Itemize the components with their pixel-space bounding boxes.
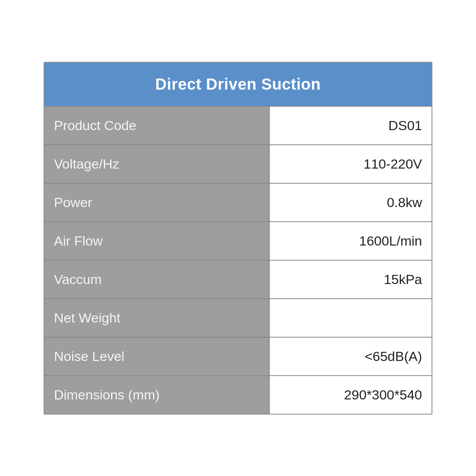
row-label: Product Code: [44, 107, 269, 144]
table-row: Vaccum15kPa: [44, 260, 432, 298]
table-title: Direct Driven Suction: [155, 75, 321, 93]
table-row: Product CodeDS01: [44, 106, 432, 144]
row-value: 290*300*540: [269, 376, 432, 414]
table-header: Direct Driven Suction: [44, 63, 432, 106]
row-label: Power: [44, 184, 269, 221]
table-row: Noise Level<65dB(A): [44, 337, 432, 375]
row-label: Voltage/Hz: [44, 145, 269, 183]
row-label: Air Flow: [44, 222, 269, 260]
row-value: [269, 299, 432, 337]
row-label: Net Weight: [44, 299, 269, 337]
outer-wrapper: Direct Driven Suction Product CodeDS01Vo…: [28, 28, 448, 448]
row-value: 1600L/min: [269, 222, 432, 260]
row-label: Dimensions (mm): [44, 376, 269, 414]
table-row: Voltage/Hz110-220V: [44, 144, 432, 183]
row-label: Vaccum: [44, 261, 269, 298]
table-body: Product CodeDS01Voltage/Hz110-220VPower0…: [44, 106, 432, 414]
row-value: DS01: [269, 107, 432, 144]
table-row: Power0.8kw: [44, 183, 432, 221]
table-row: Net Weight: [44, 298, 432, 337]
row-label: Noise Level: [44, 338, 269, 375]
row-value: 15kPa: [269, 261, 432, 298]
table-row: Dimensions (mm)290*300*540: [44, 375, 432, 414]
row-value: 110-220V: [269, 145, 432, 183]
row-value: 0.8kw: [269, 184, 432, 221]
row-value: <65dB(A): [269, 338, 432, 375]
spec-table: Direct Driven Suction Product CodeDS01Vo…: [44, 62, 432, 415]
table-row: Air Flow1600L/min: [44, 221, 432, 260]
